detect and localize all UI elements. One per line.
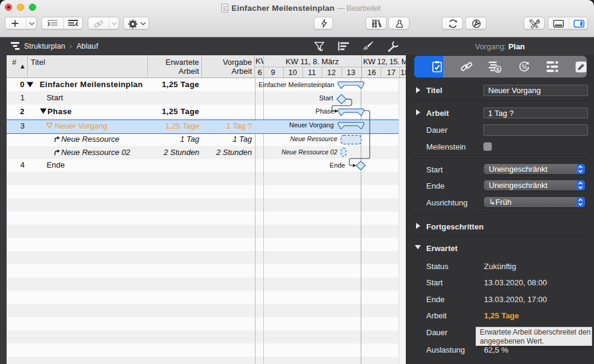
svg-text:%: %: [522, 64, 527, 70]
svg-text:$: $: [496, 66, 500, 73]
